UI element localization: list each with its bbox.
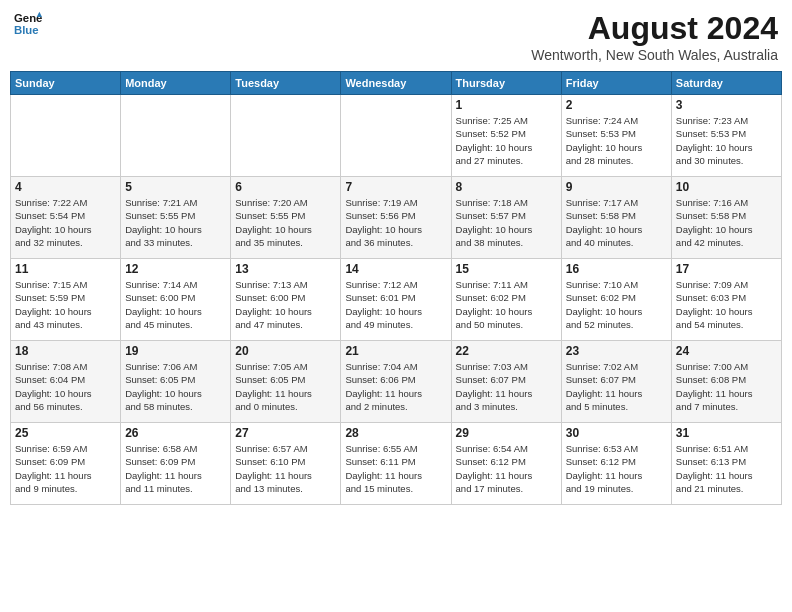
day-info: Sunrise: 7:15 AM Sunset: 5:59 PM Dayligh… [15,278,116,331]
day-number: 10 [676,180,777,194]
svg-text:Blue: Blue [14,24,39,36]
day-info: Sunrise: 7:19 AM Sunset: 5:56 PM Dayligh… [345,196,446,249]
day-number: 24 [676,344,777,358]
weekday-header-sunday: Sunday [11,72,121,95]
calendar-cell: 5Sunrise: 7:21 AM Sunset: 5:55 PM Daylig… [121,177,231,259]
calendar-cell: 27Sunrise: 6:57 AM Sunset: 6:10 PM Dayli… [231,423,341,505]
weekday-header-tuesday: Tuesday [231,72,341,95]
day-info: Sunrise: 7:17 AM Sunset: 5:58 PM Dayligh… [566,196,667,249]
day-info: Sunrise: 6:54 AM Sunset: 6:12 PM Dayligh… [456,442,557,495]
calendar-cell: 16Sunrise: 7:10 AM Sunset: 6:02 PM Dayli… [561,259,671,341]
calendar-cell: 6Sunrise: 7:20 AM Sunset: 5:55 PM Daylig… [231,177,341,259]
day-number: 20 [235,344,336,358]
calendar-cell: 12Sunrise: 7:14 AM Sunset: 6:00 PM Dayli… [121,259,231,341]
logo-icon: General Blue [14,10,42,38]
calendar-cell: 20Sunrise: 7:05 AM Sunset: 6:05 PM Dayli… [231,341,341,423]
day-number: 28 [345,426,446,440]
day-info: Sunrise: 7:18 AM Sunset: 5:57 PM Dayligh… [456,196,557,249]
calendar-week-5: 25Sunrise: 6:59 AM Sunset: 6:09 PM Dayli… [11,423,782,505]
calendar-cell: 1Sunrise: 7:25 AM Sunset: 5:52 PM Daylig… [451,95,561,177]
day-number: 1 [456,98,557,112]
day-info: Sunrise: 7:00 AM Sunset: 6:08 PM Dayligh… [676,360,777,413]
day-info: Sunrise: 7:13 AM Sunset: 6:00 PM Dayligh… [235,278,336,331]
calendar-cell: 28Sunrise: 6:55 AM Sunset: 6:11 PM Dayli… [341,423,451,505]
calendar-cell: 31Sunrise: 6:51 AM Sunset: 6:13 PM Dayli… [671,423,781,505]
day-info: Sunrise: 7:05 AM Sunset: 6:05 PM Dayligh… [235,360,336,413]
calendar-header-row: SundayMondayTuesdayWednesdayThursdayFrid… [11,72,782,95]
day-info: Sunrise: 6:51 AM Sunset: 6:13 PM Dayligh… [676,442,777,495]
day-number: 31 [676,426,777,440]
day-info: Sunrise: 7:20 AM Sunset: 5:55 PM Dayligh… [235,196,336,249]
day-number: 17 [676,262,777,276]
calendar-cell: 24Sunrise: 7:00 AM Sunset: 6:08 PM Dayli… [671,341,781,423]
day-info: Sunrise: 7:06 AM Sunset: 6:05 PM Dayligh… [125,360,226,413]
calendar-week-1: 1Sunrise: 7:25 AM Sunset: 5:52 PM Daylig… [11,95,782,177]
day-number: 3 [676,98,777,112]
calendar-cell: 19Sunrise: 7:06 AM Sunset: 6:05 PM Dayli… [121,341,231,423]
calendar-cell: 22Sunrise: 7:03 AM Sunset: 6:07 PM Dayli… [451,341,561,423]
calendar-cell: 7Sunrise: 7:19 AM Sunset: 5:56 PM Daylig… [341,177,451,259]
day-number: 11 [15,262,116,276]
calendar-cell: 10Sunrise: 7:16 AM Sunset: 5:58 PM Dayli… [671,177,781,259]
weekday-header-thursday: Thursday [451,72,561,95]
day-info: Sunrise: 7:21 AM Sunset: 5:55 PM Dayligh… [125,196,226,249]
day-number: 14 [345,262,446,276]
calendar-cell: 29Sunrise: 6:54 AM Sunset: 6:12 PM Dayli… [451,423,561,505]
day-number: 21 [345,344,446,358]
calendar-cell: 11Sunrise: 7:15 AM Sunset: 5:59 PM Dayli… [11,259,121,341]
day-number: 19 [125,344,226,358]
day-number: 12 [125,262,226,276]
calendar-cell: 30Sunrise: 6:53 AM Sunset: 6:12 PM Dayli… [561,423,671,505]
day-number: 25 [15,426,116,440]
calendar-cell: 4Sunrise: 7:22 AM Sunset: 5:54 PM Daylig… [11,177,121,259]
day-info: Sunrise: 7:25 AM Sunset: 5:52 PM Dayligh… [456,114,557,167]
day-number: 23 [566,344,667,358]
day-info: Sunrise: 7:09 AM Sunset: 6:03 PM Dayligh… [676,278,777,331]
day-info: Sunrise: 7:11 AM Sunset: 6:02 PM Dayligh… [456,278,557,331]
calendar-cell: 14Sunrise: 7:12 AM Sunset: 6:01 PM Dayli… [341,259,451,341]
calendar-cell [341,95,451,177]
calendar-cell: 13Sunrise: 7:13 AM Sunset: 6:00 PM Dayli… [231,259,341,341]
day-number: 8 [456,180,557,194]
location: Wentworth, New South Wales, Australia [531,47,778,63]
calendar-table: SundayMondayTuesdayWednesdayThursdayFrid… [10,71,782,505]
day-info: Sunrise: 7:10 AM Sunset: 6:02 PM Dayligh… [566,278,667,331]
day-number: 4 [15,180,116,194]
day-number: 13 [235,262,336,276]
calendar-cell: 18Sunrise: 7:08 AM Sunset: 6:04 PM Dayli… [11,341,121,423]
day-number: 9 [566,180,667,194]
day-number: 16 [566,262,667,276]
calendar-cell: 25Sunrise: 6:59 AM Sunset: 6:09 PM Dayli… [11,423,121,505]
day-info: Sunrise: 7:03 AM Sunset: 6:07 PM Dayligh… [456,360,557,413]
title-block: August 2024 Wentworth, New South Wales, … [531,10,778,63]
day-info: Sunrise: 6:55 AM Sunset: 6:11 PM Dayligh… [345,442,446,495]
day-number: 26 [125,426,226,440]
calendar-cell: 17Sunrise: 7:09 AM Sunset: 6:03 PM Dayli… [671,259,781,341]
calendar-cell: 26Sunrise: 6:58 AM Sunset: 6:09 PM Dayli… [121,423,231,505]
calendar-cell: 8Sunrise: 7:18 AM Sunset: 5:57 PM Daylig… [451,177,561,259]
day-info: Sunrise: 7:08 AM Sunset: 6:04 PM Dayligh… [15,360,116,413]
page-header: General Blue August 2024 Wentworth, New … [10,10,782,63]
day-number: 29 [456,426,557,440]
day-info: Sunrise: 7:24 AM Sunset: 5:53 PM Dayligh… [566,114,667,167]
day-number: 5 [125,180,226,194]
calendar-cell [11,95,121,177]
calendar-cell: 21Sunrise: 7:04 AM Sunset: 6:06 PM Dayli… [341,341,451,423]
day-number: 27 [235,426,336,440]
calendar-week-4: 18Sunrise: 7:08 AM Sunset: 6:04 PM Dayli… [11,341,782,423]
month-year: August 2024 [531,10,778,47]
calendar-cell: 2Sunrise: 7:24 AM Sunset: 5:53 PM Daylig… [561,95,671,177]
weekday-header-friday: Friday [561,72,671,95]
weekday-header-wednesday: Wednesday [341,72,451,95]
day-number: 7 [345,180,446,194]
day-info: Sunrise: 6:53 AM Sunset: 6:12 PM Dayligh… [566,442,667,495]
weekday-header-monday: Monday [121,72,231,95]
calendar-cell: 15Sunrise: 7:11 AM Sunset: 6:02 PM Dayli… [451,259,561,341]
calendar-cell: 23Sunrise: 7:02 AM Sunset: 6:07 PM Dayli… [561,341,671,423]
calendar-cell [121,95,231,177]
svg-text:General: General [14,12,42,24]
calendar-week-3: 11Sunrise: 7:15 AM Sunset: 5:59 PM Dayli… [11,259,782,341]
day-number: 30 [566,426,667,440]
day-number: 2 [566,98,667,112]
day-number: 18 [15,344,116,358]
